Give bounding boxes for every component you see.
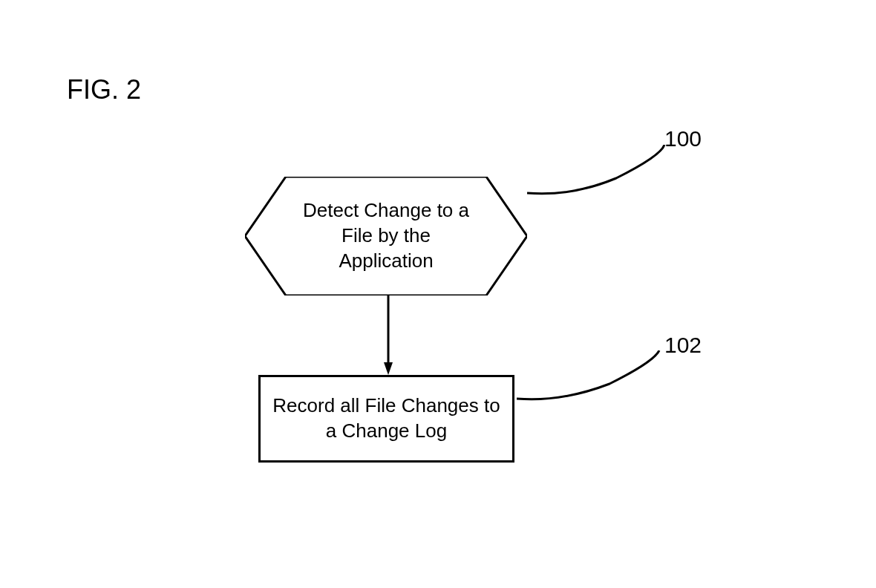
flowchart-process-step: Record all File Changes toa Change Log <box>258 375 514 463</box>
leader-line-100 <box>527 145 672 200</box>
reference-number-102: 102 <box>664 333 702 358</box>
svg-marker-2 <box>384 362 393 375</box>
figure-label: FIG. 2 <box>67 74 141 105</box>
flowchart-decision-step: Detect Change to aFile by theApplication <box>245 177 527 295</box>
step2-text: Record all File Changes toa Change Log <box>272 393 500 444</box>
step1-text: Detect Change to aFile by theApplication <box>245 198 527 273</box>
leader-line-102 <box>517 350 665 405</box>
flowchart-arrow <box>384 295 393 380</box>
